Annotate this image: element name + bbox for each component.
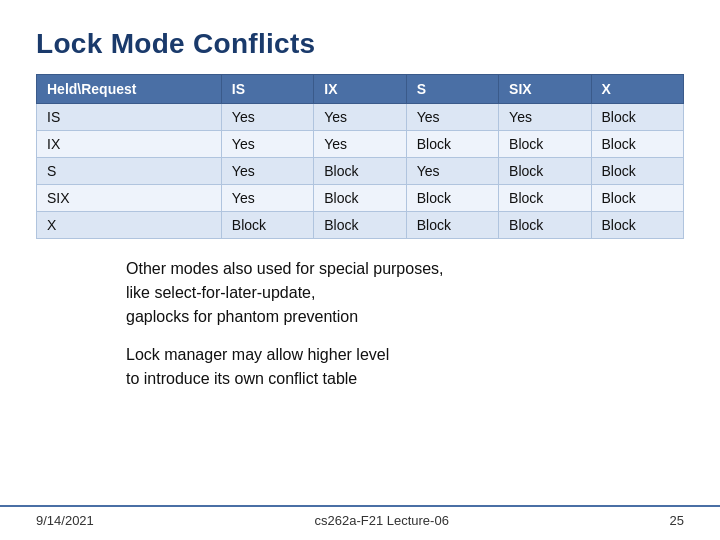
table-cell: Block: [591, 158, 683, 185]
table-cell: Block: [406, 185, 498, 212]
table-row: XBlockBlockBlockBlockBlock: [37, 212, 684, 239]
paragraph1-text: Other modes also used for special purpos…: [126, 257, 684, 329]
table-cell: Block: [314, 158, 406, 185]
table-cell: Yes: [314, 131, 406, 158]
table-cell: Yes: [314, 104, 406, 131]
table-cell: Yes: [221, 104, 313, 131]
table-row: ISYesYesYesYesBlock: [37, 104, 684, 131]
table-cell: Block: [591, 104, 683, 131]
table-cell: Block: [591, 212, 683, 239]
table-header-cell: IS: [221, 75, 313, 104]
page-title: Lock Mode Conflicts: [36, 28, 684, 60]
lock-table: Held\RequestISIXSSIXX ISYesYesYesYesBloc…: [36, 74, 684, 239]
table-header-cell: IX: [314, 75, 406, 104]
footer-page: 25: [670, 513, 684, 528]
table-cell: Block: [221, 212, 313, 239]
table-cell: Block: [314, 212, 406, 239]
table-cell: Block: [499, 158, 591, 185]
paragraph2-text: Lock manager may allow higher levelto in…: [126, 343, 684, 391]
table-header-cell: S: [406, 75, 498, 104]
slide-footer: 9/14/2021 cs262a-F21 Lecture-06 25: [0, 505, 720, 528]
table-cell: Block: [499, 185, 591, 212]
table-cell: Block: [406, 212, 498, 239]
table-cell: S: [37, 158, 222, 185]
table-cell: Yes: [406, 158, 498, 185]
slide: Lock Mode Conflicts Held\RequestISIXSSIX…: [0, 0, 720, 540]
table-row: IXYesYesBlockBlockBlock: [37, 131, 684, 158]
paragraph2-section: Lock manager may allow higher levelto in…: [36, 343, 684, 391]
table-header-cell: SIX: [499, 75, 591, 104]
paragraph1-section: Other modes also used for special purpos…: [36, 257, 684, 329]
table-cell: Block: [591, 131, 683, 158]
table-cell: Yes: [221, 131, 313, 158]
table-cell: IX: [37, 131, 222, 158]
table-row: SIXYesBlockBlockBlockBlock: [37, 185, 684, 212]
table-header-cell: X: [591, 75, 683, 104]
table-cell: Yes: [406, 104, 498, 131]
lock-table-container: Held\RequestISIXSSIXX ISYesYesYesYesBloc…: [36, 74, 684, 239]
table-cell: Yes: [499, 104, 591, 131]
table-cell: Block: [406, 131, 498, 158]
table-cell: Yes: [221, 158, 313, 185]
table-cell: X: [37, 212, 222, 239]
table-header-row: Held\RequestISIXSSIXX: [37, 75, 684, 104]
footer-date: 9/14/2021: [36, 513, 94, 528]
table-cell: SIX: [37, 185, 222, 212]
table-cell: Block: [499, 131, 591, 158]
table-cell: Block: [591, 185, 683, 212]
table-header-cell: Held\Request: [37, 75, 222, 104]
table-cell: Yes: [221, 185, 313, 212]
table-cell: IS: [37, 104, 222, 131]
table-row: SYesBlockYesBlockBlock: [37, 158, 684, 185]
footer-course: cs262a-F21 Lecture-06: [314, 513, 448, 528]
table-cell: Block: [314, 185, 406, 212]
table-cell: Block: [499, 212, 591, 239]
